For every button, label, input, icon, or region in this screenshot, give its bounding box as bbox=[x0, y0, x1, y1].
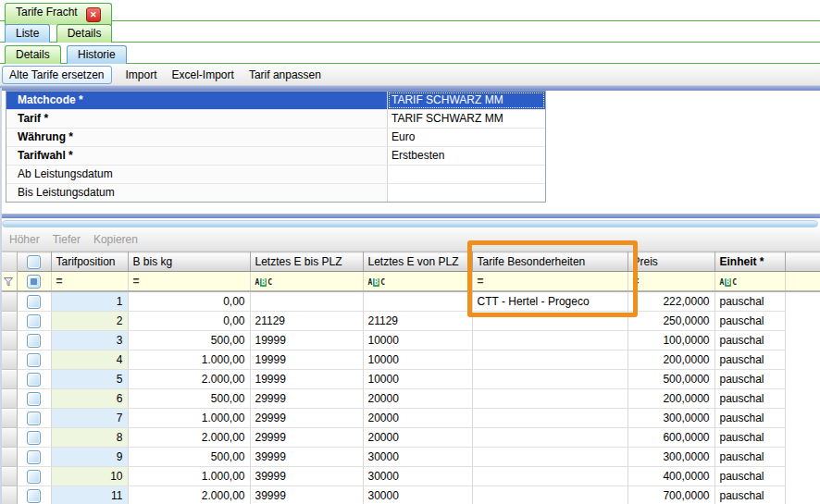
tab-historie[interactable]: Historie bbox=[67, 45, 127, 64]
cell-preis[interactable]: 300,0000 bbox=[627, 409, 714, 428]
cell-preis[interactable]: 100,0000 bbox=[627, 331, 714, 350]
row-checkbox[interactable] bbox=[27, 353, 41, 367]
cell-checkbox[interactable] bbox=[17, 312, 51, 331]
panel-splitter-handle[interactable] bbox=[2, 220, 818, 227]
cell-letztes_e_bis_plz[interactable]: 29999 bbox=[250, 389, 363, 409]
row-checkbox[interactable] bbox=[27, 470, 41, 484]
cell-letztes_e_von_plz[interactable]: 10000 bbox=[363, 331, 472, 350]
cell-einheit[interactable]: pauschal bbox=[714, 428, 785, 448]
cell-letztes_e_von_plz[interactable]: 30000 bbox=[363, 448, 472, 467]
filter-checkbox[interactable] bbox=[27, 275, 41, 289]
cell-tarifposition[interactable]: 11 bbox=[51, 486, 128, 504]
cell-einheit[interactable]: pauschal bbox=[714, 409, 785, 428]
cell-letztes_e_von_plz[interactable]: 10000 bbox=[363, 350, 472, 370]
cell-tarife_besonderheiten[interactable] bbox=[472, 331, 627, 350]
tab-details-sub[interactable]: Details bbox=[5, 45, 61, 64]
cell-b_bis_kg[interactable]: 0,00 bbox=[128, 312, 250, 331]
cell-b_bis_kg[interactable]: 1.000,00 bbox=[128, 409, 250, 428]
bis-leistungsdatum-field[interactable] bbox=[388, 184, 545, 202]
form-row-waehrung[interactable]: Währung * Euro bbox=[6, 129, 545, 147]
filter-cell-letztes_e_von_plz[interactable]: ABC bbox=[363, 272, 472, 292]
filter-cell-einheit[interactable]: ABC bbox=[714, 272, 785, 292]
cell-b_bis_kg[interactable]: 500,00 bbox=[128, 448, 250, 467]
cell-checkbox[interactable] bbox=[17, 467, 51, 486]
row-indicator[interactable] bbox=[0, 370, 17, 389]
cell-einheit[interactable]: pauschal bbox=[714, 370, 785, 389]
cell-einheit[interactable]: pauschal bbox=[714, 486, 785, 504]
row-indicator[interactable] bbox=[0, 312, 17, 331]
cell-letztes_e_von_plz[interactable]: 20000 bbox=[363, 409, 472, 428]
cell-preis[interactable]: 500,0000 bbox=[627, 370, 714, 389]
row-checkbox[interactable] bbox=[27, 431, 41, 445]
excel-import-button[interactable]: Excel-Import bbox=[165, 67, 242, 83]
cell-b_bis_kg[interactable]: 0,00 bbox=[128, 291, 250, 312]
form-row-bis-leistungsdatum[interactable]: Bis Leistungsdatum bbox=[6, 184, 545, 202]
cell-tarife_besonderheiten[interactable] bbox=[472, 467, 627, 486]
tarifwahl-field[interactable]: Erstbesten bbox=[388, 147, 545, 165]
cell-preis[interactable]: 600,0000 bbox=[627, 428, 714, 448]
row-indicator[interactable] bbox=[0, 448, 17, 467]
cell-b_bis_kg[interactable]: 500,00 bbox=[128, 331, 250, 350]
cell-letztes_e_von_plz[interactable]: 10000 bbox=[363, 370, 472, 389]
row-checkbox[interactable] bbox=[27, 412, 41, 425]
cell-tarife_besonderheiten[interactable] bbox=[472, 448, 627, 467]
tab-liste[interactable]: Liste bbox=[5, 24, 50, 43]
row-indicator[interactable] bbox=[0, 409, 17, 428]
form-row-matchcode[interactable]: Matchcode * TARIF SCHWARZ MM bbox=[6, 92, 545, 110]
column-header-tarife_besonderheiten[interactable]: Tarife Besonderheiten bbox=[472, 252, 627, 272]
cell-letztes_e_bis_plz[interactable]: 39999 bbox=[250, 448, 363, 467]
cell-b_bis_kg[interactable]: 2.000,00 bbox=[128, 370, 250, 389]
cell-einheit[interactable]: pauschal bbox=[714, 350, 785, 370]
cell-tarifposition[interactable]: 2 bbox=[51, 312, 128, 331]
hoeher-button[interactable]: Höher bbox=[9, 233, 40, 246]
cell-einheit[interactable]: pauschal bbox=[714, 467, 785, 486]
cell-tarifposition[interactable]: 9 bbox=[51, 448, 128, 467]
cell-b_bis_kg[interactable]: 500,00 bbox=[128, 389, 250, 409]
cell-letztes_e_bis_plz[interactable]: 19999 bbox=[250, 350, 363, 370]
row-checkbox[interactable] bbox=[27, 373, 41, 387]
tarif-anpassen-button[interactable]: Tarif anpassen bbox=[242, 67, 329, 83]
cell-letztes_e_bis_plz[interactable]: 19999 bbox=[250, 331, 363, 350]
cell-checkbox[interactable] bbox=[17, 331, 51, 350]
cell-checkbox[interactable] bbox=[17, 370, 51, 389]
cell-tarifposition[interactable]: 3 bbox=[51, 331, 128, 350]
cell-letztes_e_von_plz[interactable]: 20000 bbox=[363, 389, 472, 409]
cell-b_bis_kg[interactable]: 1.000,00 bbox=[128, 350, 250, 370]
filter-cell-preis[interactable]: = bbox=[627, 272, 714, 292]
cell-einheit[interactable]: pauschal bbox=[714, 448, 785, 467]
cell-preis[interactable]: 250,0000 bbox=[627, 312, 714, 331]
row-indicator[interactable] bbox=[0, 428, 17, 448]
alte-tarife-ersetzen-button[interactable]: Alte Tarife ersetzen bbox=[2, 66, 112, 84]
cell-checkbox[interactable] bbox=[17, 291, 51, 312]
tiefer-button[interactable]: Tiefer bbox=[53, 233, 81, 246]
ab-leistungsdatum-field[interactable] bbox=[388, 166, 545, 183]
cell-checkbox[interactable] bbox=[17, 350, 51, 370]
cell-letztes_e_von_plz[interactable] bbox=[363, 291, 472, 312]
row-indicator[interactable] bbox=[0, 389, 17, 409]
cell-tarifposition[interactable]: 6 bbox=[51, 389, 128, 409]
cell-preis[interactable]: 200,0000 bbox=[627, 389, 714, 409]
cell-einheit[interactable]: pauschal bbox=[714, 331, 785, 350]
cell-einheit[interactable]: pauschal bbox=[714, 389, 785, 409]
filter-cell-b_bis_kg[interactable]: = bbox=[128, 272, 250, 292]
tarif-field[interactable]: TARIF SCHWARZ MM bbox=[388, 110, 545, 128]
cell-tarife_besonderheiten[interactable] bbox=[472, 409, 627, 428]
cell-letztes_e_bis_plz[interactable]: 29999 bbox=[250, 428, 363, 448]
cell-preis[interactable]: 200,0000 bbox=[627, 350, 714, 370]
form-row-tarifwahl[interactable]: Tarifwahl * Erstbesten bbox=[6, 147, 545, 166]
row-indicator[interactable] bbox=[0, 350, 17, 370]
cell-preis[interactable]: 400,0000 bbox=[627, 467, 714, 486]
form-row-tarif[interactable]: Tarif * TARIF SCHWARZ MM bbox=[6, 110, 545, 129]
cell-tarife_besonderheiten[interactable] bbox=[472, 370, 627, 389]
waehrung-field[interactable]: Euro bbox=[388, 129, 545, 146]
cell-tarifposition[interactable]: 7 bbox=[51, 409, 128, 428]
cell-tarifposition[interactable]: 1 bbox=[51, 291, 128, 312]
cell-preis[interactable]: 700,0000 bbox=[627, 486, 714, 504]
row-indicator[interactable] bbox=[0, 467, 17, 486]
column-header-einheit[interactable]: Einheit * bbox=[714, 252, 785, 272]
cell-letztes_e_von_plz[interactable]: 30000 bbox=[363, 467, 472, 486]
cell-tarife_besonderheiten[interactable] bbox=[472, 428, 627, 448]
cell-letztes_e_von_plz[interactable]: 30000 bbox=[363, 486, 472, 504]
cell-tarife_besonderheiten[interactable] bbox=[472, 350, 627, 370]
cell-b_bis_kg[interactable]: 2.000,00 bbox=[128, 486, 250, 504]
